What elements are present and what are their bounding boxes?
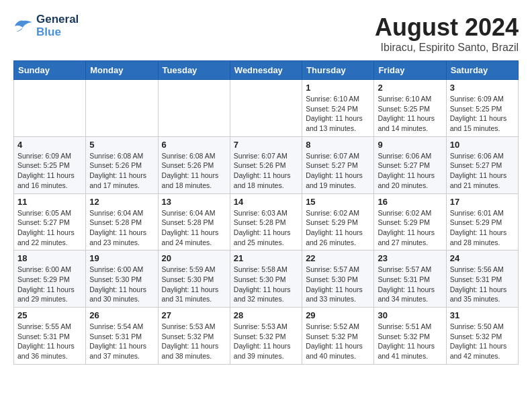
day-number: 22: [306, 253, 370, 263]
calendar-cell: [14, 80, 86, 137]
day-number: 29: [306, 310, 370, 320]
day-info: Sunrise: 6:07 AM Sunset: 5:26 PM Dayligh…: [234, 151, 298, 191]
day-number: 19: [89, 253, 154, 263]
calendar-cell: 2Sunrise: 6:10 AM Sunset: 5:25 PM Daylig…: [374, 80, 446, 137]
day-info: Sunrise: 6:07 AM Sunset: 5:27 PM Dayligh…: [306, 151, 370, 191]
day-number: 21: [234, 253, 298, 263]
calendar-cell: 11Sunrise: 6:05 AM Sunset: 5:27 PM Dayli…: [14, 193, 86, 250]
title-area: August 2024 Ibiracu, Espirito Santo, Bra…: [375, 13, 519, 54]
calendar-cell: 6Sunrise: 6:08 AM Sunset: 5:26 PM Daylig…: [158, 136, 230, 193]
day-number: 1: [306, 83, 370, 93]
day-number: 28: [234, 310, 298, 320]
weekday-header-tuesday: Tuesday: [158, 61, 230, 80]
calendar-cell: 28Sunrise: 5:53 AM Sunset: 5:32 PM Dayli…: [230, 308, 302, 365]
calendar-cell: 1Sunrise: 6:10 AM Sunset: 5:24 PM Daylig…: [302, 80, 374, 137]
day-number: 2: [378, 83, 442, 93]
weekday-header-monday: Monday: [86, 61, 158, 80]
day-number: 9: [378, 140, 442, 150]
logo-text: General Blue: [36, 13, 79, 38]
calendar-cell: 13Sunrise: 6:04 AM Sunset: 5:28 PM Dayli…: [158, 193, 230, 250]
day-info: Sunrise: 5:52 AM Sunset: 5:32 PM Dayligh…: [306, 322, 370, 361]
day-number: 12: [89, 197, 154, 207]
calendar-cell: [158, 80, 230, 137]
logo-icon: [13, 18, 34, 34]
weekday-header-row: SundayMondayTuesdayWednesdayThursdayFrid…: [14, 61, 519, 80]
logo: General Blue: [13, 13, 79, 38]
day-number: 8: [306, 140, 370, 150]
weekday-header-saturday: Saturday: [446, 61, 518, 80]
calendar-cell: 21Sunrise: 5:58 AM Sunset: 5:30 PM Dayli…: [230, 250, 302, 308]
day-info: Sunrise: 5:50 AM Sunset: 5:32 PM Dayligh…: [450, 322, 515, 361]
week-row-1: 4Sunrise: 6:09 AM Sunset: 5:25 PM Daylig…: [14, 136, 519, 193]
calendar-cell: 3Sunrise: 6:09 AM Sunset: 5:25 PM Daylig…: [446, 80, 518, 137]
calendar-cell: 12Sunrise: 6:04 AM Sunset: 5:28 PM Dayli…: [86, 193, 158, 250]
day-number: 30: [378, 310, 442, 320]
calendar-cell: 15Sunrise: 6:02 AM Sunset: 5:29 PM Dayli…: [302, 193, 374, 250]
calendar-cell: 4Sunrise: 6:09 AM Sunset: 5:25 PM Daylig…: [14, 136, 86, 193]
day-info: Sunrise: 6:00 AM Sunset: 5:29 PM Dayligh…: [17, 265, 82, 304]
calendar-cell: 30Sunrise: 5:51 AM Sunset: 5:32 PM Dayli…: [374, 308, 446, 365]
week-row-0: 1Sunrise: 6:10 AM Sunset: 5:24 PM Daylig…: [14, 80, 519, 137]
calendar-cell: 29Sunrise: 5:52 AM Sunset: 5:32 PM Dayli…: [302, 308, 374, 365]
day-info: Sunrise: 6:02 AM Sunset: 5:29 PM Dayligh…: [378, 208, 442, 248]
day-info: Sunrise: 6:09 AM Sunset: 5:25 PM Dayligh…: [450, 94, 515, 134]
calendar-cell: 10Sunrise: 6:06 AM Sunset: 5:27 PM Dayli…: [446, 136, 518, 193]
day-number: 24: [450, 253, 515, 263]
day-info: Sunrise: 5:57 AM Sunset: 5:30 PM Dayligh…: [306, 265, 370, 304]
day-info: Sunrise: 6:05 AM Sunset: 5:27 PM Dayligh…: [17, 208, 82, 248]
day-info: Sunrise: 6:08 AM Sunset: 5:26 PM Dayligh…: [89, 151, 154, 191]
month-title: August 2024: [375, 13, 519, 42]
day-info: Sunrise: 6:06 AM Sunset: 5:27 PM Dayligh…: [378, 151, 442, 191]
calendar-cell: 17Sunrise: 6:01 AM Sunset: 5:29 PM Dayli…: [446, 193, 518, 250]
day-number: 11: [17, 197, 82, 207]
calendar-cell: [86, 80, 158, 137]
calendar-cell: 14Sunrise: 6:03 AM Sunset: 5:28 PM Dayli…: [230, 193, 302, 250]
day-info: Sunrise: 6:02 AM Sunset: 5:29 PM Dayligh…: [306, 208, 370, 248]
day-number: 16: [378, 197, 442, 207]
day-number: 4: [17, 140, 82, 150]
weekday-header-thursday: Thursday: [302, 61, 374, 80]
weekday-header-sunday: Sunday: [14, 61, 86, 80]
day-number: 14: [234, 197, 298, 207]
day-number: 27: [162, 310, 226, 320]
week-row-2: 11Sunrise: 6:05 AM Sunset: 5:27 PM Dayli…: [14, 193, 519, 250]
calendar-table: SundayMondayTuesdayWednesdayThursdayFrid…: [13, 60, 519, 365]
day-info: Sunrise: 6:10 AM Sunset: 5:24 PM Dayligh…: [306, 94, 370, 134]
day-info: Sunrise: 6:03 AM Sunset: 5:28 PM Dayligh…: [234, 208, 298, 248]
header: General Blue August 2024 Ibiracu, Espiri…: [13, 13, 519, 54]
day-info: Sunrise: 6:09 AM Sunset: 5:25 PM Dayligh…: [17, 151, 82, 191]
day-number: 3: [450, 83, 515, 93]
day-info: Sunrise: 5:55 AM Sunset: 5:31 PM Dayligh…: [17, 322, 82, 361]
day-info: Sunrise: 5:57 AM Sunset: 5:31 PM Dayligh…: [378, 265, 442, 304]
day-info: Sunrise: 6:06 AM Sunset: 5:27 PM Dayligh…: [450, 151, 515, 191]
calendar-cell: 5Sunrise: 6:08 AM Sunset: 5:26 PM Daylig…: [86, 136, 158, 193]
day-info: Sunrise: 6:00 AM Sunset: 5:30 PM Dayligh…: [89, 265, 154, 304]
day-info: Sunrise: 5:51 AM Sunset: 5:32 PM Dayligh…: [378, 322, 442, 361]
week-row-4: 25Sunrise: 5:55 AM Sunset: 5:31 PM Dayli…: [14, 308, 519, 365]
calendar-cell: 19Sunrise: 6:00 AM Sunset: 5:30 PM Dayli…: [86, 250, 158, 308]
calendar-cell: 9Sunrise: 6:06 AM Sunset: 5:27 PM Daylig…: [374, 136, 446, 193]
calendar-cell: 18Sunrise: 6:00 AM Sunset: 5:29 PM Dayli…: [14, 250, 86, 308]
location-title: Ibiracu, Espirito Santo, Brazil: [375, 42, 519, 54]
calendar-cell: 7Sunrise: 6:07 AM Sunset: 5:26 PM Daylig…: [230, 136, 302, 193]
calendar-cell: 25Sunrise: 5:55 AM Sunset: 5:31 PM Dayli…: [14, 308, 86, 365]
day-info: Sunrise: 5:56 AM Sunset: 5:31 PM Dayligh…: [450, 265, 515, 304]
day-info: Sunrise: 6:01 AM Sunset: 5:29 PM Dayligh…: [450, 208, 515, 248]
day-number: 25: [17, 310, 82, 320]
calendar-cell: 20Sunrise: 5:59 AM Sunset: 5:30 PM Dayli…: [158, 250, 230, 308]
weekday-header-wednesday: Wednesday: [230, 61, 302, 80]
day-info: Sunrise: 5:59 AM Sunset: 5:30 PM Dayligh…: [162, 265, 226, 304]
day-info: Sunrise: 5:58 AM Sunset: 5:30 PM Dayligh…: [234, 265, 298, 304]
day-number: 20: [162, 253, 226, 263]
day-number: 15: [306, 197, 370, 207]
day-info: Sunrise: 6:04 AM Sunset: 5:28 PM Dayligh…: [89, 208, 154, 248]
day-number: 7: [234, 140, 298, 150]
calendar-cell: 24Sunrise: 5:56 AM Sunset: 5:31 PM Dayli…: [446, 250, 518, 308]
day-number: 5: [89, 140, 154, 150]
day-number: 31: [450, 310, 515, 320]
weekday-header-friday: Friday: [374, 61, 446, 80]
calendar-cell: 26Sunrise: 5:54 AM Sunset: 5:31 PM Dayli…: [86, 308, 158, 365]
day-number: 13: [162, 197, 226, 207]
day-info: Sunrise: 6:10 AM Sunset: 5:25 PM Dayligh…: [378, 94, 442, 134]
day-number: 10: [450, 140, 515, 150]
